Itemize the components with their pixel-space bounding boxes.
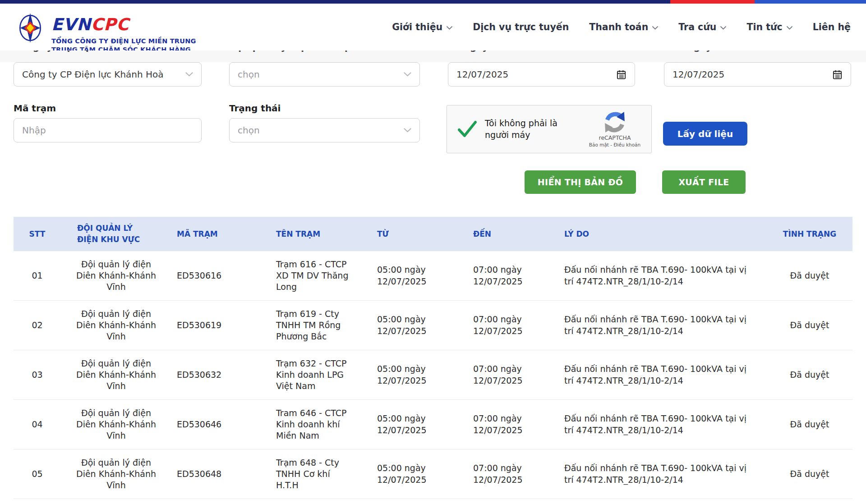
cell-tinh-trang: Đã duyệt [767,400,852,449]
cell-stt: 03 [14,350,61,399]
table-row: 04 Đội quản lý điện Diên Khánh-Khánh Vĩn… [14,400,852,449]
nav-tin-tuc[interactable]: Tin tức [746,22,792,32]
clipped-label: Đến ngày [664,50,712,52]
nav-tra-cuu[interactable]: Tra cứu [678,22,726,32]
nav-label: Giới thiệu [392,22,442,32]
status-select-placeholder: chọn [238,125,260,136]
from-date-field[interactable]: 12/07/2025 [448,62,635,87]
evn-star-icon [15,12,45,44]
cell-ly-do: Đấu nối nhánh rẽ TBA T.690- 100kVA tại v… [559,350,767,399]
cell-stt: 05 [14,449,61,499]
cell-doi-text: Đội quản lý điện Diên Khánh-Khánh Vĩnh [76,358,157,392]
cell-doi-text: Đội quản lý điện Diên Khánh-Khánh Vĩnh [76,259,157,293]
logo-evn: EVN [51,15,91,34]
clipped-label: Từ ngày [448,50,488,52]
recaptcha-brand: reCAPTCHA Bảo mật - Điều khoản [588,111,641,147]
fetch-data-button[interactable]: Lấy dữ liệu [663,122,747,146]
cell-tu: 05:00 ngày 12/07/2025 [372,301,469,350]
col-header-ten-tram: TÊN TRẠM [271,217,372,251]
nav-label: Tra cứu [678,22,716,32]
cell-tu: 05:00 ngày 12/07/2025 [372,251,469,300]
col-header-ma-tram: MÃ TRẠM [171,217,271,251]
cell-lydo-text: Đấu nối nhánh rẽ TBA T.690- 100kVA tại v… [564,413,757,435]
cell-den-text: 07:00 ngày 12/07/2025 [473,264,530,287]
station-code-input[interactable] [14,118,202,142]
export-file-button[interactable]: XUẤT FILE [662,170,746,194]
cell-den: 07:00 ngày 12/07/2025 [469,301,559,350]
nav-lien-he[interactable]: Liên hệ [813,22,851,32]
recaptcha-widget[interactable]: Tôi không phải là người máy reCAPTCHA Bả… [447,105,652,153]
cell-ten-tram: Tram 646 - CTCP Kinh doanh khí Miền Nam [271,400,372,449]
company-select[interactable]: Công ty CP Điện lực Khánh Hoà [14,62,202,87]
cell-doi: Đội quản lý điện Diên Khánh-Khánh Vĩnh [61,251,171,300]
cell-ten-text: Trạm 616 - CTCP XD TM DV Thăng Long [276,259,352,293]
cell-tu: 05:00 ngày 12/07/2025 [372,350,469,399]
site-header: EVNCPC TỔNG CÔNG TY ĐIỆN LỰC MIỀN TRUNG … [0,4,866,50]
chevron-down-icon [652,26,658,30]
cell-ly-do: Đấu nối nhánh rẽ TBA T.690- 100kVA tại v… [559,301,767,350]
cell-ten-text: Tram 646 - CTCP Kinh doanh khí Miền Nam [276,408,352,441]
table-row: 01 Đội quản lý điện Diên Khánh-Khánh Vĩn… [14,251,852,301]
unit-select[interactable]: chọn [229,62,420,87]
col-header-tu: TỪ [372,217,469,251]
cell-ten-tram: Trạm 632 - CTCP Kinh doanh LPG Việt Nam [271,350,372,399]
calendar-icon[interactable] [832,69,843,80]
table-row: 03 Đội quản lý điện Diên Khánh-Khánh Vĩn… [14,350,852,400]
col-header-stt: STT [14,217,61,251]
cell-doi: Đội quản lý điện Diên Khánh-Khánh Vĩnh [61,400,171,449]
cell-doi-text: Đội quản lý điện Diên Khánh-Khánh Vĩnh [76,308,157,342]
clipped-label: Đội quản lý điện khu vực [229,50,355,52]
show-map-button[interactable]: HIỂN THỊ BẢN ĐỒ [525,170,636,194]
cell-ly-do: Đấu nối nhánh rẽ TBA T.690- 100kVA tại v… [559,400,767,449]
cell-ten-text: Trạm 619 - Cty TNHH TM Rồng Phương Bắc [276,308,352,342]
cell-ly-do: Đấu nối nhánh rẽ TBA T.690- 100kVA tại v… [559,449,767,499]
cell-den: 07:00 ngày 12/07/2025 [469,400,559,449]
cell-tu: 05:00 ngày 12/07/2025 [372,449,469,499]
cell-den: 07:00 ngày 12/07/2025 [469,251,559,300]
cell-ten-text: Trạm 648 - Cty TNHH Cơ khí H.T.H [276,457,352,491]
logo-text: EVNCPC TỔNG CÔNG TY ĐIỆN LỰC MIỀN TRUNG … [51,12,196,54]
nav-dich-vu-truc-tuyen[interactable]: Dịch vụ trực tuyến [473,22,569,32]
cell-ten-tram: Trạm 648 - Cty TNHH Cơ khí H.T.H [271,449,372,499]
nav-thanh-toan[interactable]: Thanh toán [589,22,658,32]
cell-den-text: 07:00 ngày 12/07/2025 [473,413,530,435]
col-header-ly-do: LÝ DO [559,217,767,251]
cell-tinh-trang: Đã duyệt [767,449,852,499]
nav-gioi-thieu[interactable]: Giới thiệu [392,22,452,32]
cell-tu-text: 05:00 ngày 12/07/2025 [377,363,433,386]
cell-doi: Đội quản lý điện Diên Khánh-Khánh Vĩnh [61,301,171,350]
recaptcha-terms-links[interactable]: Bảo mật - Điều khoản [589,142,640,147]
cell-tu-text: 05:00 ngày 12/07/2025 [377,264,433,287]
cell-tinh-trang: Đã duyệt [767,301,852,350]
cell-lydo-text: Đấu nối nhánh rẽ TBA T.690- 100kVA tại v… [564,264,757,287]
strip-navy-segment [0,0,670,4]
logo-cpc: CPC [91,15,129,34]
chevron-down-icon [787,26,792,30]
cell-ma-tram: ED530616 [171,251,271,300]
to-date-field[interactable]: 12/07/2025 [664,62,851,87]
cell-tu-text: 05:00 ngày 12/07/2025 [377,413,433,435]
cell-tu-text: 05:00 ngày 12/07/2025 [377,463,433,485]
strip-blue-segment [755,0,866,4]
status-select[interactable]: chọn [229,118,420,142]
cell-ma-tram: ED530619 [171,301,271,350]
col-header-doi: ĐỘI QUẢN LÝ ĐIỆN KHU VỰC [61,217,171,251]
nav-label: Tin tức [746,22,782,32]
cell-den: 07:00 ngày 12/07/2025 [469,350,559,399]
cell-doi: Đội quản lý điện Diên Khánh-Khánh Vĩnh [61,350,171,399]
chevron-down-icon [185,72,193,77]
cell-tinh-trang: Đã duyệt [767,350,852,399]
table-row: 05 Đội quản lý điện Diên Khánh-Khánh Vĩn… [14,449,852,499]
cell-tinh-trang: Đã duyệt [767,251,852,300]
cell-den-text: 07:00 ngày 12/07/2025 [473,463,530,485]
col-header-den: ĐẾN [469,217,559,251]
chevron-down-icon [404,128,411,133]
logo-wordmark: EVNCPC [51,16,196,33]
cell-ma-tram: ED530632 [171,350,271,399]
status-label: Trạng thái [229,103,281,114]
evncpc-logo[interactable]: EVNCPC TỔNG CÔNG TY ĐIỆN LỰC MIỀN TRUNG … [15,12,196,54]
page: EVNCPC TỔNG CÔNG TY ĐIỆN LỰC MIỀN TRUNG … [0,0,866,504]
cell-stt: 01 [14,251,61,300]
calendar-icon[interactable] [616,69,626,80]
table-header-row: STT ĐỘI QUẢN LÝ ĐIỆN KHU VỰC MÃ TRẠM TÊN… [14,217,852,251]
